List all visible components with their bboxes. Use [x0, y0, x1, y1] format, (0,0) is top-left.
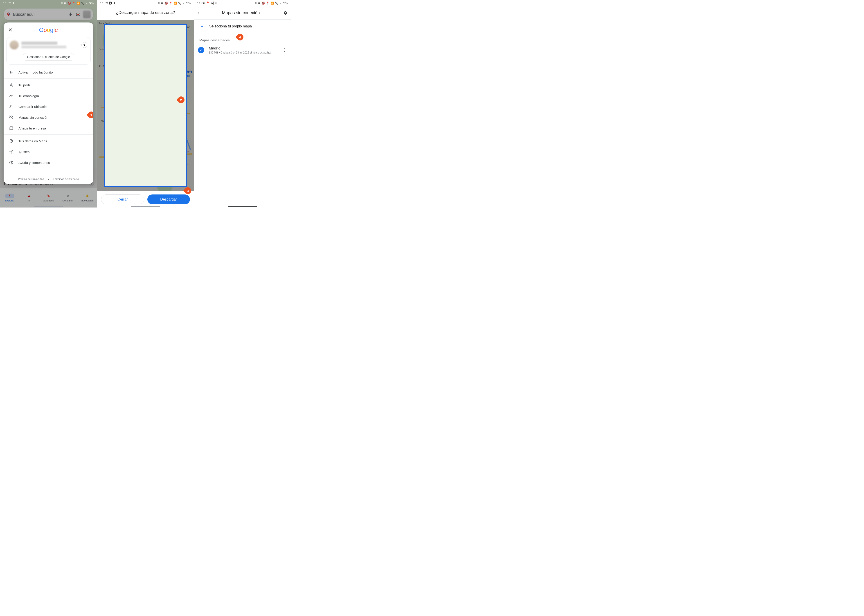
map-meta: 136 MB • Caducará el 23 jul 2025 si no s…: [209, 51, 270, 54]
menu-profile[interactable]: Tu perfil: [3, 80, 93, 90]
menu-share-location[interactable]: Compartir ubicación: [3, 101, 93, 112]
svg-point-8: [11, 140, 11, 141]
menu-timeline[interactable]: Tu cronología: [3, 90, 93, 101]
account-sheet: ✕ Google ▾ Gestionar tu cuenta de Google…: [3, 22, 93, 184]
screen-download-map: 11:03 🖼 ⬇ ℕ ✻ 🔇 📍 📶 📞 ⠿ 75% ¿Descargar m…: [97, 0, 194, 207]
download-title: ¿Descargar mapa de esta zona?: [97, 6, 194, 20]
select-own-map-label: Selecciona tu propio mapa: [209, 24, 252, 28]
status-time: 11:03: [100, 2, 108, 5]
status-battery: 76%: [282, 2, 288, 5]
nav-handle[interactable]: [131, 206, 160, 207]
status-bar: 11:02 ⬇ ℕ ✻ 🔇 📍 📶 📞 ⠿ 74%: [0, 0, 97, 6]
menu-offline-maps[interactable]: Mapas sin conexión 1: [3, 112, 93, 123]
share-location-icon: [9, 104, 14, 109]
menu-help[interactable]: Ayuda y comentarios: [3, 157, 93, 168]
status-glyphs: ℕ ✻ 🔇 📍 📶 📞 ⠿: [158, 2, 185, 5]
account-email-redacted: [21, 46, 66, 48]
account-switcher-icon[interactable]: ▾: [82, 42, 87, 48]
svg-point-4: [10, 72, 11, 73]
svg-point-6: [11, 83, 12, 85]
status-battery: 75%: [185, 2, 191, 5]
account-row[interactable]: ▾: [9, 41, 87, 49]
selection-frame[interactable]: [104, 24, 187, 187]
help-icon: [9, 160, 14, 165]
timeline-icon: [9, 94, 14, 98]
settings-icon[interactable]: [281, 10, 288, 15]
downloaded-map-row[interactable]: ✓ Madrid 136 MB • Caducará el 23 jul 202…: [194, 44, 291, 57]
menu-settings[interactable]: Ajustes: [3, 146, 93, 157]
map-area[interactable]: Tres Cantos Fuente el Fresno rio Parcesa…: [97, 20, 194, 207]
download-actions: Cerrar Descargar: [97, 191, 194, 207]
status-notif-icon: 📍 🖼 ⬇: [206, 2, 218, 5]
map-name: Madrid: [209, 46, 270, 50]
select-own-map-row[interactable]: Selecciona tu propio mapa: [194, 20, 291, 33]
nav-handle[interactable]: [34, 206, 63, 207]
download-icon: [199, 24, 204, 29]
status-glyphs: ℕ ✻ 🔇 📍 📶 📞 ⠿: [60, 2, 88, 5]
shield-icon: [9, 139, 14, 143]
gear-icon: [9, 149, 14, 154]
svg-point-5: [12, 72, 13, 73]
check-circle-icon: ✓: [198, 47, 204, 53]
storefront-icon: [9, 126, 14, 130]
link-privacy[interactable]: Política de Privacidad: [18, 178, 44, 181]
screen-offline-maps-list: 11:06 📍 🖼 ⬇ ℕ ✻ 🔇 📍 📶 📞 ⠿ 76% ← Mapas si…: [194, 0, 291, 207]
account-card: ▾ Gestionar tu cuenta de Google: [6, 37, 91, 64]
screen-account-menu: 11:02 ⬇ ℕ ✻ 🔇 📍 📶 📞 ⠿ 74% Buscar aquí Lo…: [0, 0, 97, 207]
person-icon: [9, 83, 14, 87]
manage-account-button[interactable]: Gestionar tu cuenta de Google: [23, 53, 74, 61]
status-notif-icon: 🖼 ⬇: [109, 2, 116, 5]
account-avatar: [9, 41, 19, 49]
menu-your-data[interactable]: Tus datos en Maps: [3, 135, 93, 146]
page-title: Mapas sin conexión: [200, 10, 281, 15]
more-icon[interactable]: ⋮: [282, 47, 287, 52]
menu-incognito[interactable]: Activar modo Incógnito: [3, 67, 93, 77]
svg-point-9: [11, 151, 12, 152]
status-bar: 11:03 🖼 ⬇ ℕ ✻ 🔇 📍 📶 📞 ⠿ 75%: [97, 0, 194, 6]
status-battery: 74%: [88, 2, 94, 5]
status-notif-icon: ⬇: [12, 2, 15, 5]
account-name-redacted: [21, 42, 57, 45]
download-button[interactable]: Descargar: [147, 195, 190, 204]
menu-list: Activar modo Incógnito Tu perfil Tu cron…: [3, 64, 93, 175]
svg-point-7: [10, 105, 11, 106]
incognito-icon: [9, 70, 14, 74]
cloud-off-icon: [9, 115, 14, 119]
page-header: ← Mapas sin conexión: [194, 6, 291, 19]
status-glyphs: ℕ ✻ 🔇 📍 📶 📞 ⠿: [254, 2, 282, 5]
menu-add-business[interactable]: Añadir tu empresa: [3, 123, 93, 134]
nav-handle[interactable]: [228, 206, 257, 207]
svg-rect-13: [200, 28, 203, 28]
link-terms[interactable]: Términos del Servicio: [53, 178, 79, 181]
status-time: 11:02: [3, 2, 11, 5]
status-time: 11:06: [197, 2, 205, 5]
google-logo: Google: [8, 27, 89, 33]
status-bar: 11:06 📍 🖼 ⬇ ℕ ✻ 🔇 📍 📶 📞 ⠿ 76%: [194, 0, 291, 6]
close-button[interactable]: Cerrar: [101, 195, 144, 204]
sheet-footer: Política de Privacidad • Términos del Se…: [3, 175, 93, 182]
